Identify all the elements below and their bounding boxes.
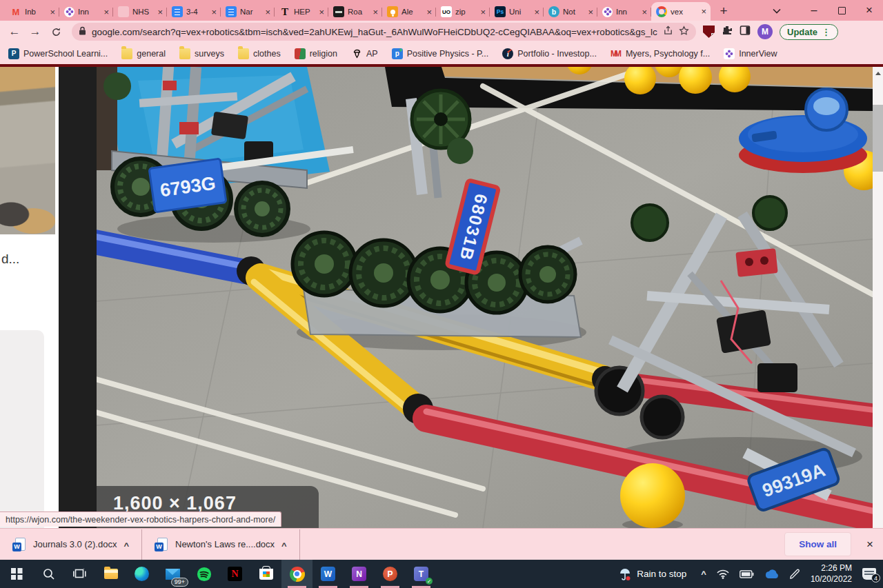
tab-innerview-1[interactable]: Inn: [59, 3, 113, 21]
page-scrollbar[interactable]: [873, 67, 883, 528]
status-link-bubble: https://wjon.com/the-weekender-vex-robot…: [0, 511, 281, 527]
tab-label: Ale: [401, 8, 422, 16]
spotify-button[interactable]: [188, 560, 219, 588]
download-item-journals[interactable]: Journals 3.0 (2).docx: [0, 529, 141, 560]
microsoft-store-button[interactable]: [250, 560, 281, 588]
download-chevron-icon[interactable]: [123, 540, 129, 551]
tab-nyt[interactable]: THEP: [275, 3, 328, 21]
windows-ink-pen-icon[interactable]: [789, 569, 800, 580]
lock-icon: [79, 26, 86, 38]
tray-expand-chevron-icon[interactable]: [701, 569, 706, 579]
tab-close-icon[interactable]: [157, 8, 163, 17]
tab-close-icon[interactable]: [479, 8, 486, 17]
image-viewer-backdrop[interactable]: [59, 67, 97, 528]
gmail-icon: M: [10, 6, 21, 17]
tab-close-icon[interactable]: [641, 8, 648, 17]
tab-close-icon[interactable]: [103, 8, 110, 17]
chrome-button[interactable]: [281, 560, 312, 588]
tab-close-icon[interactable]: [49, 8, 56, 17]
profile-avatar[interactable]: M: [757, 24, 773, 39]
tab-close-icon[interactable]: [533, 8, 540, 17]
file-explorer-button[interactable]: [95, 560, 126, 588]
tab-close-icon[interactable]: [587, 8, 594, 17]
tab-close-icon[interactable]: [700, 7, 707, 16]
tab-docs-nar[interactable]: Nar: [221, 3, 275, 21]
extensions-puzzle-icon[interactable]: [722, 25, 733, 39]
tab-close-icon[interactable]: [372, 8, 379, 17]
side-panel-icon[interactable]: [740, 25, 751, 39]
action-center-button[interactable]: 4: [862, 568, 876, 580]
bookmark-powerschool[interactable]: PPowerSchool Learni...: [8, 48, 108, 59]
taskbar-clock[interactable]: 2:26 PM 10/20/2022: [811, 563, 852, 585]
dark-site-icon: [333, 6, 344, 17]
forward-button[interactable]: →: [26, 23, 44, 41]
bookmark-folder-surveys[interactable]: surveys: [179, 48, 224, 59]
back-button[interactable]: ←: [6, 23, 23, 41]
bookmark-folder-clothes[interactable]: clothes: [238, 48, 281, 59]
close-window-button[interactable]: [855, 0, 883, 21]
bookmark-positive-physics[interactable]: p+Positive Physics - P...: [392, 48, 489, 59]
download-chevron-icon[interactable]: [281, 540, 287, 551]
word-document-icon: [155, 538, 168, 551]
download-item-newtons-laws[interactable]: Newton's Laws re....docx: [142, 529, 299, 560]
edge-button[interactable]: [126, 560, 157, 588]
tab-uni[interactable]: PsUni: [490, 3, 544, 21]
update-button[interactable]: Update: [780, 24, 838, 40]
notification-count-badge: 4: [871, 574, 880, 582]
result-thumbnail[interactable]: [0, 67, 55, 234]
tab-innerview-2[interactable]: Inn: [597, 3, 651, 21]
start-button[interactable]: [0, 560, 33, 588]
tab-docs-34[interactable]: 3-4: [167, 3, 221, 21]
share-icon[interactable]: [663, 26, 673, 39]
bookmark-religion[interactable]: religion: [295, 48, 337, 59]
mail-button[interactable]: 99+: [157, 560, 188, 588]
tab-close-icon[interactable]: [264, 8, 271, 17]
tab-nhs[interactable]: NHS: [113, 3, 167, 21]
innerview-icon: [64, 7, 75, 17]
bookmark-ap[interactable]: AP: [351, 48, 378, 59]
show-all-downloads-button[interactable]: Show all: [784, 532, 851, 556]
weather-widget[interactable]: Rain to stop: [615, 568, 691, 580]
blank-favicon: [118, 6, 129, 17]
tab-not[interactable]: bNot: [544, 3, 597, 21]
minimize-button[interactable]: [800, 0, 828, 21]
bookmark-star-icon[interactable]: [679, 26, 689, 39]
bookmark-folder-general[interactable]: general: [121, 48, 166, 59]
new-tab-button[interactable]: [715, 2, 733, 20]
powerpoint-button[interactable]: P: [375, 560, 406, 588]
teams-button[interactable]: T: [406, 560, 437, 588]
windows-logo-icon: [11, 568, 23, 580]
tab-search-chevron-icon[interactable]: [773, 4, 781, 17]
task-view-button[interactable]: [64, 560, 95, 588]
netflix-button[interactable]: N: [219, 560, 250, 588]
tab-alerts[interactable]: Ale: [382, 3, 436, 21]
scroll-up-arrow-icon[interactable]: [875, 72, 881, 75]
ublock-extension-icon[interactable]: 9: [703, 26, 715, 38]
bookmark-myers-psychology[interactable]: MMMyers, Psychology f...: [611, 48, 710, 59]
tab-close-icon[interactable]: [318, 8, 325, 17]
tab-inbox[interactable]: MInb: [6, 3, 59, 21]
tab-zip[interactable]: UOzip: [436, 3, 490, 21]
vex-robots-photo[interactable]: 6793G: [97, 67, 873, 528]
close-downloads-bar-icon[interactable]: [866, 538, 873, 551]
google-docs-icon: [172, 6, 183, 17]
innerview-icon: [724, 48, 735, 59]
maximize-button[interactable]: [828, 0, 855, 21]
tab-close-icon[interactable]: [210, 8, 217, 17]
bookmark-investopedia[interactable]: iPortfolio - Investop...: [502, 48, 597, 59]
taskbar-search-button[interactable]: [33, 560, 64, 588]
nyt-icon: T: [279, 6, 290, 17]
bookmark-innerview[interactable]: InnerView: [724, 48, 777, 59]
onedrive-icon[interactable]: [764, 569, 779, 579]
address-bar[interactable]: google.com/search?q=vex+robotics&tbm=isc…: [72, 23, 696, 41]
folder-icon: [238, 48, 249, 59]
onenote-button[interactable]: N: [344, 560, 375, 588]
reload-button[interactable]: [47, 23, 65, 41]
tab-roa[interactable]: Roa: [328, 3, 382, 21]
scrollbar-thumb[interactable]: [873, 105, 883, 172]
tab-vex-active[interactable]: vex: [651, 2, 711, 21]
word-button[interactable]: W: [312, 560, 344, 588]
wifi-icon[interactable]: [717, 569, 729, 579]
tab-close-icon[interactable]: [426, 8, 433, 17]
battery-icon[interactable]: [740, 570, 754, 578]
